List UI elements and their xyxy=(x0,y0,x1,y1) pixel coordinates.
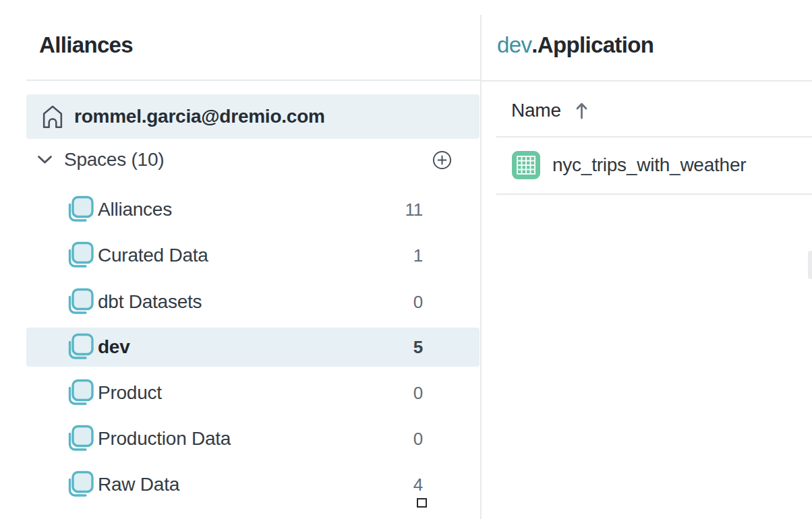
space-item-label: Alliances xyxy=(98,199,172,220)
space-item-label: Production Data xyxy=(98,428,231,450)
breadcrumb-separator: . xyxy=(531,32,538,57)
right-panel: dev.Application Name xyxy=(482,0,812,519)
space-item-count: 4 xyxy=(413,475,423,495)
divider xyxy=(26,80,480,81)
space-icon xyxy=(65,287,94,317)
space-item-raw-data[interactable]: Raw Data 4 xyxy=(26,465,480,504)
space-item-alliances[interactable]: Alliances 11 xyxy=(26,190,480,229)
space-icon xyxy=(65,195,94,225)
space-item-label: dbt Datasets xyxy=(98,291,202,313)
divider xyxy=(496,193,812,195)
column-header-label: Name xyxy=(511,100,561,121)
left-panel-title: Alliances xyxy=(39,32,133,58)
space-item-dev[interactable]: dev 5 xyxy=(26,328,480,367)
left-panel: Alliances rommel.garcia@dremio.com Space… xyxy=(0,0,481,519)
space-item-curated-data[interactable]: Curated Data 1 xyxy=(26,236,480,275)
home-space-label: rommel.garcia@dremio.com xyxy=(74,106,325,127)
dataset-row-nyc-trips-with-weather[interactable]: nyc_trips_with_weather xyxy=(496,139,812,191)
space-icon xyxy=(65,332,94,363)
space-icon xyxy=(65,378,94,408)
space-icon xyxy=(65,470,94,500)
physical-dataset-table-icon xyxy=(511,150,541,180)
space-item-production-data[interactable]: Production Data 0 xyxy=(26,419,480,458)
breadcrumb-space-link[interactable]: dev xyxy=(497,32,531,57)
breadcrumb: dev.Application xyxy=(497,32,654,58)
space-item-label: Product xyxy=(98,382,162,404)
space-item-count: 11 xyxy=(405,200,423,220)
dataset-name: nyc_trips_with_weather xyxy=(552,154,746,176)
dremio-catalog-screen: Alliances rommel.garcia@dremio.com Space… xyxy=(0,0,812,519)
table-header-name-column[interactable]: Name xyxy=(511,97,588,124)
sort-ascending-icon[interactable] xyxy=(575,101,588,120)
breadcrumb-current: Application xyxy=(538,32,654,57)
plus-circle-icon xyxy=(432,150,452,170)
space-item-count: 0 xyxy=(413,429,423,450)
space-item-count: 1 xyxy=(413,245,423,266)
space-item-label: dev xyxy=(98,336,130,358)
space-item-count: 0 xyxy=(413,383,423,404)
space-item-count: 0 xyxy=(413,292,423,313)
add-space-button[interactable] xyxy=(432,150,452,170)
space-item-product[interactable]: Product 0 xyxy=(26,373,480,413)
spaces-section-header[interactable]: Spaces (10) xyxy=(26,142,480,178)
space-icon xyxy=(65,424,94,454)
home-icon xyxy=(40,103,65,130)
home-space-item[interactable]: rommel.garcia@dremio.com xyxy=(26,94,480,139)
empty-square-artifact xyxy=(417,498,427,508)
space-item-label: Curated Data xyxy=(98,245,208,266)
spaces-section-label: Spaces (10) xyxy=(64,149,164,171)
chevron-down-icon[interactable] xyxy=(37,155,53,164)
space-icon xyxy=(65,241,94,271)
space-item-count: 5 xyxy=(413,337,423,358)
scrollbar-thumb[interactable] xyxy=(808,251,812,279)
space-item-dbt-datasets[interactable]: dbt Datasets 0 xyxy=(26,282,480,322)
space-item-label: Raw Data xyxy=(98,474,179,495)
divider xyxy=(482,80,812,82)
divider xyxy=(496,136,812,138)
